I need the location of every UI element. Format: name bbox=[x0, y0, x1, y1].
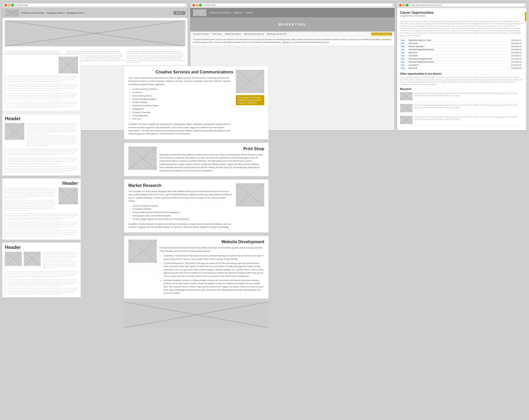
wireframe-section-1: Lorem ipsum dolor sit amet consectetur a… bbox=[2, 54, 81, 111]
other-opps-heading: Other opportunities in our district bbox=[400, 72, 523, 75]
career-jobs-table: View Operational Systems Trainer Columbi… bbox=[400, 39, 523, 70]
right-maximize-btn[interactable] bbox=[406, 4, 408, 6]
left-url-bar[interactable]: A Web Page bbox=[16, 4, 28, 6]
left-wireframe-col: Lorem ipsum dolor sit amet consectetur a… bbox=[2, 54, 81, 300]
middle-maximize-btn[interactable] bbox=[199, 4, 202, 6]
creative-services-section: Creative Services and Communications The… bbox=[124, 66, 269, 140]
left-logo bbox=[5, 9, 19, 17]
wireframe-text-1c: Lorem ipsum dolor sit amet consectetur a… bbox=[5, 92, 78, 100]
wireframe-text-1b: Lorem ipsum dolor sit amet consectetur a… bbox=[5, 84, 78, 91]
close-btn[interactable] bbox=[4, 4, 7, 6]
wireframe-text-2a: Lorem ipsum dolor sit amet consectetur a… bbox=[26, 123, 78, 135]
list-item: Scalability: a robust feature that allow… bbox=[164, 254, 264, 261]
maryland-title: Maryland bbox=[400, 88, 523, 90]
table-row: View Scout Mule Columbia SC bbox=[400, 42, 523, 45]
market-research-extra: In addition, Market Research analysts wo… bbox=[128, 223, 233, 229]
middle-logo bbox=[193, 9, 206, 16]
left-browser-chrome: A Web Page bbox=[2, 2, 188, 8]
list-item: Infographics. bbox=[133, 108, 233, 111]
wireframe-img-right-1 bbox=[59, 57, 78, 73]
middle-nav-products[interactable]: Products and Services bbox=[209, 11, 231, 14]
wireframe-text-4c: Lorem ipsum dolor sit amet consectetur a… bbox=[5, 279, 78, 287]
wireframe-img-2 bbox=[5, 123, 24, 140]
print-shop-heading: Print Shop bbox=[159, 147, 264, 151]
website-dev-section: Website Development The AgFirst Website … bbox=[124, 236, 269, 299]
right-browser-chrome: http://www.agfirst.fcsamerica.com bbox=[397, 2, 527, 8]
middle-main-content: Creative Services and Communications The… bbox=[124, 66, 269, 331]
right-close-btn[interactable] bbox=[399, 4, 402, 6]
print-shop-body: Associations frequently utilize AgFirst'… bbox=[159, 153, 264, 172]
table-row: View Technical Design/Author/Trainer Col… bbox=[400, 60, 523, 63]
website-dev-image bbox=[128, 240, 157, 263]
list-item: Email Marketing Initiatives. bbox=[133, 98, 233, 101]
middle-browser-content: Products and Services About Us Careers M… bbox=[190, 8, 394, 45]
left-nav-item-3[interactable]: Navigation Item 3 bbox=[67, 12, 85, 14]
maximize-btn[interactable] bbox=[11, 4, 14, 6]
list-item: Posters/Banners. bbox=[133, 114, 233, 118]
wireframe-text-3b: Lorem ipsum dolor sit amet consectetur a… bbox=[5, 200, 57, 211]
career-body-text: Lorem ipsum dolor sit amet consectetur a… bbox=[400, 20, 523, 37]
sub-nav-print[interactable]: Print Shop bbox=[212, 33, 222, 35]
list-item: Prospect Proposals. bbox=[133, 111, 233, 114]
secondary-nav-badge: Secondary Navigation bbox=[371, 33, 392, 35]
right-scrollbar[interactable] bbox=[525, 8, 526, 130]
middle-browser-chrome: A Web Page bbox=[190, 2, 394, 8]
maryland-job-image-3 bbox=[400, 116, 413, 124]
minimize-btn[interactable] bbox=[8, 4, 10, 6]
wireframe-text-3a: Lorem ipsum dolor sit amet consectetur a… bbox=[5, 188, 57, 199]
wireframe-section-4: Header Lorem ipsum dolor sit amet consec… bbox=[2, 242, 81, 297]
table-row: View Scout Mule Columbia SC bbox=[400, 54, 523, 57]
middle-nav-about[interactable]: About Us bbox=[234, 11, 243, 14]
sub-nav-creative[interactable]: Creative Services bbox=[193, 33, 209, 35]
wireframe-text-2b: Lorem ipsum dolor sit amet consectetur a… bbox=[26, 135, 78, 147]
creative-services-image bbox=[236, 70, 264, 93]
list-item: Local Advertising Initiatives. bbox=[133, 88, 233, 91]
maryland-job-row-3: Lorem ipsum dolor sit amet consectetur a… bbox=[400, 116, 523, 126]
right-minimize-btn[interactable] bbox=[402, 4, 405, 6]
left-hero bbox=[5, 20, 185, 46]
sub-nav-website[interactable]: Website Development bbox=[244, 33, 264, 35]
right-scrollbar-thumb[interactable] bbox=[525, 12, 526, 21]
maryland-job-image-2 bbox=[400, 104, 413, 112]
market-research-section: Market Research The foundation for every… bbox=[124, 179, 269, 233]
middle-nav-careers[interactable]: Careers bbox=[245, 11, 253, 14]
wireframe-text-2c: Lorem ipsum dolor sit amet consectetur a… bbox=[5, 148, 78, 156]
creative-services-extra: In addition, this team supports the deve… bbox=[128, 123, 233, 136]
print-shop-section: Print Shop Associations frequently utili… bbox=[124, 143, 269, 176]
sub-nav-market[interactable]: Market Research bbox=[225, 33, 241, 35]
right-browser-content: Career Opportunities at AgFirst Farm Cre… bbox=[397, 8, 527, 130]
list-item: Reusable Modules: Instead of creating mu… bbox=[164, 279, 264, 295]
left-text-block-3: Lorem ipsum dolor sit amet consectetur a… bbox=[127, 50, 185, 63]
bottom-wireframe-img bbox=[124, 302, 269, 328]
market-research-list: County Penetration Reports. Competition … bbox=[133, 204, 233, 221]
wireframe-section-2: Header Lorem ipsum dolor sit amet consec… bbox=[2, 114, 81, 176]
table-row: View Attorney M Columbia SC bbox=[400, 51, 523, 54]
wireframe-text-3e: Lorem ipsum dolor sit amet consectetur a… bbox=[5, 230, 78, 238]
list-item: Direct Mailing Pieces. bbox=[133, 94, 233, 98]
website-dev-body: The AgFirst Website Development team has… bbox=[159, 246, 264, 253]
middle-close-btn[interactable] bbox=[192, 4, 195, 6]
table-row: View Attorney M Columbia SC bbox=[400, 66, 523, 70]
middle-minimize-btn[interactable] bbox=[196, 4, 198, 6]
left-search-button[interactable]: Search bbox=[174, 11, 185, 15]
wireframe-section-3: Header Lorem ipsum dolor sit amet consec… bbox=[2, 178, 81, 240]
maryland-job-text-1: Lorem ipsum dolor sit amet consectetur a… bbox=[414, 92, 523, 97]
wireframe-text-3d: Lorem ipsum dolor sit amet consectetur a… bbox=[5, 222, 78, 229]
list-item: County Penetration Reports. bbox=[133, 204, 233, 208]
wireframe-text-1a: Lorem ipsum dolor sit amet consectetur a… bbox=[5, 75, 78, 83]
left-nav-item-1[interactable]: Products and Services bbox=[21, 12, 44, 14]
sub-nav-meetings[interactable]: Meetings and Events bbox=[267, 33, 286, 35]
wireframe-header-label-2: Header bbox=[5, 181, 78, 186]
maryland-job-row-2: Lorem ipsum dolor sit amet consectetur a… bbox=[400, 104, 523, 114]
table-row: View Columbia M Columbia SC bbox=[400, 63, 523, 66]
market-research-body: The foundation for every strong campaign… bbox=[128, 190, 233, 203]
wireframe-text-1d: Lorem ipsum dolor sit amet consectetur a… bbox=[5, 101, 78, 109]
middle-sub-nav: Creative Services Print Shop Market Rese… bbox=[190, 32, 394, 37]
wireframe-img-3 bbox=[59, 188, 78, 204]
list-item: Demographic and Loan Portfolio Analytics… bbox=[133, 214, 233, 218]
right-url-bar[interactable]: http://www.agfirst.fcsamerica.com bbox=[411, 4, 442, 6]
website-dev-heading: Website Development bbox=[159, 240, 264, 244]
left-nav-item-2[interactable]: Navigation Item 2 bbox=[46, 12, 65, 14]
middle-url-bar[interactable]: A Web Page bbox=[204, 4, 216, 6]
wireframe-img-4b bbox=[24, 252, 41, 266]
